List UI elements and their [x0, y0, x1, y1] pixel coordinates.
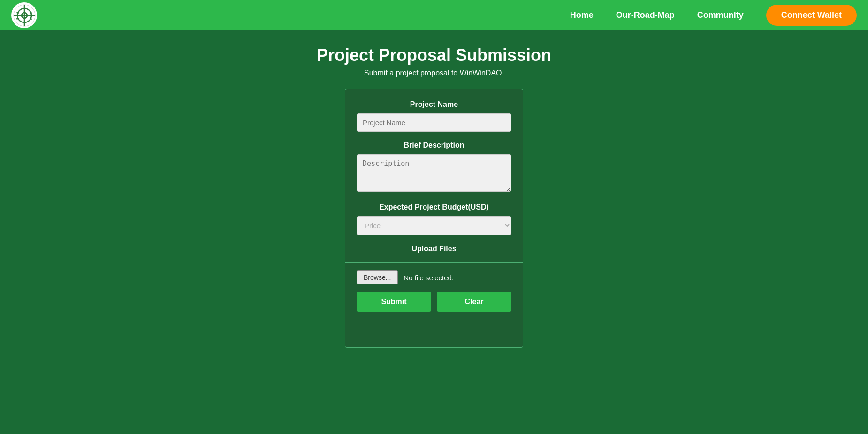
bottom-spacer: [357, 312, 511, 340]
logo-svg: W W W W: [13, 4, 36, 27]
main-content: Project Proposal Submission Submit a pro…: [0, 30, 868, 348]
browse-button[interactable]: Browse...: [357, 270, 398, 284]
budget-section: Expected Project Budget(USD) Price: [357, 203, 511, 235]
no-file-text: No file selected.: [404, 274, 454, 282]
project-name-input[interactable]: [357, 113, 511, 132]
clear-button[interactable]: Clear: [437, 292, 511, 312]
budget-select[interactable]: Price: [357, 216, 511, 235]
navbar-links: Home Our-Road-Map Community Connect Wall…: [570, 5, 857, 26]
page-title: Project Proposal Submission: [317, 45, 551, 65]
form-card: Project Name Brief Description Expected …: [345, 89, 523, 348]
upload-section: Upload Files: [357, 245, 511, 253]
brief-description-section: Brief Description: [357, 141, 511, 194]
upload-files-label: Upload Files: [357, 245, 511, 253]
brief-description-input[interactable]: [357, 154, 511, 192]
connect-wallet-button[interactable]: Connect Wallet: [766, 5, 857, 26]
logo-image: W W W W: [11, 2, 37, 28]
project-name-section: Project Name: [357, 100, 511, 132]
action-buttons: Submit Clear: [357, 292, 511, 312]
svg-text:W: W: [16, 18, 19, 21]
nav-roadmap[interactable]: Our-Road-Map: [616, 10, 675, 20]
svg-text:W: W: [30, 11, 32, 14]
budget-label: Expected Project Budget(USD): [357, 203, 511, 211]
brief-description-label: Brief Description: [357, 141, 511, 150]
logo-container: W W W W: [11, 2, 37, 28]
divider: [345, 262, 523, 263]
nav-community[interactable]: Community: [697, 10, 744, 20]
svg-text:W: W: [30, 18, 32, 21]
svg-text:W: W: [16, 11, 19, 14]
project-name-label: Project Name: [357, 100, 511, 109]
file-upload-row: Browse... No file selected.: [357, 270, 511, 284]
navbar: W W W W Home Our-Road-Map Community Conn…: [0, 0, 868, 30]
submit-button[interactable]: Submit: [357, 292, 431, 312]
nav-home[interactable]: Home: [570, 10, 594, 20]
page-subtitle: Submit a project proposal to WinWinDAO.: [364, 69, 504, 77]
